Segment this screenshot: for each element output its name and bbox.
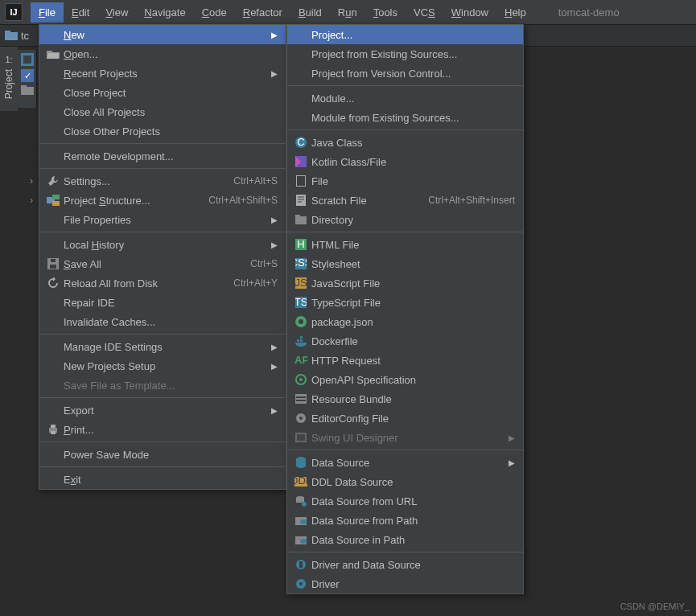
file-menu-item-print[interactable]: Print... [39, 420, 286, 439]
file-menu-item-export[interactable]: Export▶ [39, 400, 286, 420]
file-menu-item-settings[interactable]: ›Settings...Ctrl+Alt+S [39, 171, 286, 191]
menu-file[interactable]: File [31, 2, 64, 23]
svg-rect-11 [51, 259, 56, 262]
new-menu-item-html-file[interactable]: HHTML File [287, 235, 523, 254]
menu-run[interactable]: Run [330, 2, 365, 23]
new-menu-item-resource-bundle[interactable]: Resource Bundle [287, 389, 523, 409]
new-menu-item-driver[interactable]: Driver [287, 574, 523, 593]
new-menu-item-java-class[interactable]: CJava Class [287, 133, 523, 152]
menu-help[interactable]: Help [496, 2, 534, 23]
new-menu-item-data-source-from-path[interactable]: Data Source from Path [287, 511, 523, 530]
separator [39, 232, 286, 232]
svg-rect-52 [296, 498, 304, 503]
blank-icon [294, 47, 308, 60]
menu-edit[interactable]: Edit [64, 2, 97, 23]
file-menu-item-reload-all-from-disk[interactable]: Reload All from DiskCtrl+Alt+Y [39, 273, 286, 293]
blank-icon [46, 238, 60, 251]
file-menu-item-save-all[interactable]: Save AllCtrl+S [39, 254, 286, 273]
gear-icon [294, 412, 308, 425]
ddl-icon: DDL [294, 475, 308, 488]
new-menu-item-stylesheet[interactable]: CSSStylesheet [287, 254, 523, 273]
new-menu-item-module-from-existing-sources[interactable]: Module from Existing Sources... [287, 108, 523, 127]
svg-point-48 [296, 463, 306, 468]
module-icon[interactable] [21, 53, 33, 66]
driver-ds-icon [294, 558, 308, 571]
menu-item-label: Recent Projects [64, 68, 265, 80]
menu-item-label: Resource Bundle [311, 393, 515, 405]
menu-tools[interactable]: Tools [365, 2, 406, 23]
separator [39, 397, 286, 398]
menubar: IJ FileEditViewNavigateCodeRefactorBuild… [0, 0, 696, 24]
new-menu-item-data-source-in-path[interactable]: Data Source in Path [287, 530, 523, 549]
app-icon: IJ [5, 3, 23, 21]
project-folder-tab[interactable]: tc [5, 30, 29, 42]
svg-rect-41 [296, 400, 306, 401]
shortcut-label: Ctrl+Alt+Shift+Insert [428, 195, 515, 206]
new-menu-item-data-source-from-url[interactable]: Data Source from URL [287, 491, 523, 511]
file-menu-item-new-projects-setup[interactable]: New Projects Setup▶ [39, 356, 286, 376]
new-menu-item-scratch-file[interactable]: Scratch FileCtrl+Alt+Shift+Insert [287, 191, 523, 210]
file-menu-item-project-structure[interactable]: ›Project Structure...Ctrl+Alt+Shift+S [39, 191, 286, 210]
new-menu-item-dockerfile[interactable]: Dockerfile [287, 331, 523, 351]
menu-code[interactable]: Code [194, 2, 235, 23]
new-menu-item-typescript-file[interactable]: TSTypeScript File [287, 293, 523, 312]
new-menu-item-package-json[interactable]: package.json [287, 312, 523, 331]
file-menu-item-local-history[interactable]: Local History▶ [39, 235, 286, 254]
menu-window[interactable]: Window [443, 2, 496, 23]
new-menu-item-project[interactable]: Project... [287, 25, 523, 44]
svg-rect-14 [51, 431, 56, 434]
blank-icon [46, 105, 60, 118]
openapi-icon [294, 373, 308, 386]
blank-icon [46, 86, 60, 99]
file-menu-item-remote-development[interactable]: Remote Development... [39, 146, 286, 166]
file-menu-item-invalidate-caches[interactable]: Invalidate Caches... [39, 312, 286, 331]
new-menu-item-module[interactable]: Module... [287, 88, 523, 108]
new-menu-item-ddl-data-source[interactable]: DDLDDL Data Source [287, 472, 523, 491]
menu-build[interactable]: Build [290, 2, 330, 23]
separator [39, 334, 286, 335]
file-menu-item-exit[interactable]: Exit [39, 470, 286, 489]
file-icon [294, 175, 308, 187]
svg-text:CSS: CSS [295, 258, 307, 269]
selected-module-icon[interactable]: ✓ [21, 69, 34, 82]
new-menu-item-editorconfig-file[interactable]: EditorConfig File [287, 409, 523, 428]
new-menu-item-driver-and-data-source[interactable]: Driver and Data Source [287, 555, 523, 574]
svg-rect-7 [52, 195, 60, 199]
file-menu-item-close-other-projects[interactable]: Close Other Projects [39, 121, 286, 141]
menu-refactor[interactable]: Refactor [235, 2, 290, 23]
new-menu-item-project-from-version-control[interactable]: Project from Version Control... [287, 64, 523, 83]
menu-item-label: Java Class [311, 137, 515, 149]
svg-point-43 [299, 417, 303, 420]
shortcut-label: Ctrl+Alt+S [233, 175, 278, 187]
svg-rect-10 [50, 265, 56, 269]
menu-item-label: Data Source [311, 457, 502, 469]
menu-view[interactable]: View [97, 2, 136, 23]
menu-navigate[interactable]: Navigate [136, 2, 193, 23]
folder-small-icon[interactable] [21, 85, 33, 95]
new-menu-item-data-source[interactable]: Data Source▶ [287, 453, 523, 472]
file-menu-item-new[interactable]: New▶ [39, 25, 286, 44]
new-menu-item-directory[interactable]: Directory [287, 210, 523, 229]
project-tool-tab[interactable]: Project [3, 69, 14, 99]
blank-icon [46, 315, 60, 328]
file-menu-item-file-properties[interactable]: File Properties▶ [39, 210, 286, 229]
file-menu-item-repair-ide[interactable]: Repair IDE [39, 293, 286, 312]
new-menu-item-kotlin-class-file[interactable]: Kotlin Class/File [287, 152, 523, 171]
new-menu-item-file[interactable]: File [287, 171, 523, 191]
menu-item-label: Save All [64, 258, 242, 270]
new-menu-item-openapi-specification[interactable]: OpenAPI Specification [287, 370, 523, 389]
new-menu-item-javascript-file[interactable]: JSJavaScript File [287, 273, 523, 293]
submenu-arrow-icon: ▶ [271, 240, 278, 249]
menu-vcs[interactable]: VCS [406, 2, 443, 23]
new-menu-item-http-request[interactable]: APIHTTP Request [287, 351, 523, 370]
svg-text:TS: TS [295, 297, 307, 308]
file-menu-item-manage-ide-settings[interactable]: Manage IDE Settings▶ [39, 337, 286, 356]
svg-text:C: C [297, 137, 304, 148]
blank-icon [46, 296, 60, 309]
file-menu-item-close-all-projects[interactable]: Close All Projects [39, 102, 286, 121]
file-menu-item-open[interactable]: Open... [39, 44, 286, 64]
new-menu-item-project-from-existing-sources[interactable]: Project from Existing Sources... [287, 44, 523, 64]
file-menu-item-recent-projects[interactable]: Recent Projects▶ [39, 64, 286, 83]
file-menu-item-power-save-mode[interactable]: Power Save Mode [39, 445, 286, 464]
file-menu-item-close-project[interactable]: Close Project [39, 83, 286, 102]
